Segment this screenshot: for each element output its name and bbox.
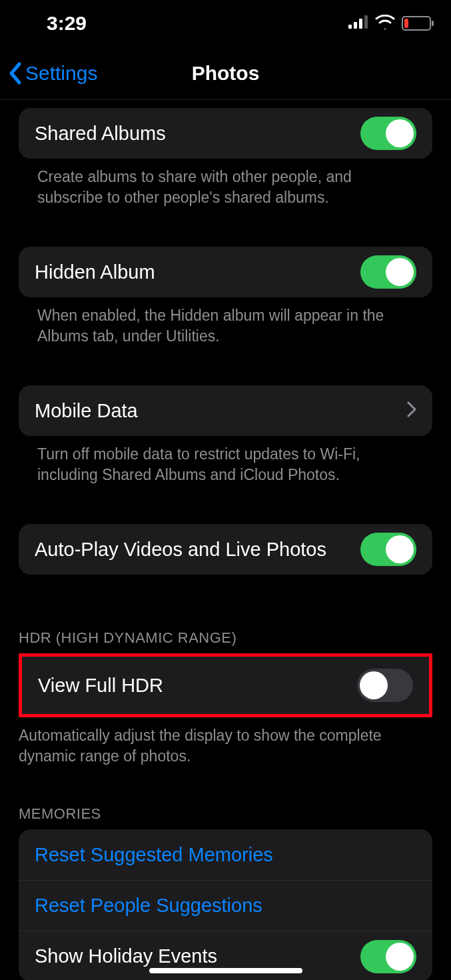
row-hidden-album[interactable]: Hidden Album [19,247,432,297]
group-memories: Reset Suggested Memories Reset People Su… [19,829,432,980]
row-reset-suggested-memories[interactable]: Reset Suggested Memories [19,829,432,880]
row-shared-albums[interactable]: Shared Albums [19,108,432,159]
group-shared-albums: Shared Albums Create albums to share wit… [19,108,432,208]
chevron-right-icon [407,400,416,422]
toggle-hidden-album[interactable] [360,255,416,289]
chevron-left-icon [8,61,23,85]
toggle-show-holiday-events[interactable] [360,940,416,973]
status-bar: 3:29 [0,0,451,47]
footer-hdr: Automatically adjust the display to show… [0,717,451,767]
row-view-full-hdr[interactable]: View Full HDR [22,657,429,714]
svg-rect-2 [359,19,362,29]
cellular-icon [348,15,368,31]
back-button[interactable]: Settings [0,61,97,85]
status-icons [348,15,431,32]
row-label: Hidden Album [35,261,360,283]
row-label: Mobile Data [35,400,407,422]
row-label: Auto-Play Videos and Live Photos [35,539,360,561]
section-header-hdr: HDR (HIGH DYNAMIC RANGE) [0,629,451,653]
svg-rect-0 [348,25,352,29]
wifi-icon [375,15,395,32]
svg-rect-3 [364,15,368,29]
footer-mobile-data: Turn off mobile data to restrict updates… [19,436,432,485]
highlight-view-full-hdr: View Full HDR [19,653,432,717]
group-hidden-album: Hidden Album When enabled, the Hidden al… [19,247,432,347]
svg-rect-1 [354,22,357,29]
row-label: Shared Albums [35,123,360,145]
footer-shared-albums: Create albums to share with other people… [19,159,432,208]
row-label: Show Holiday Events [35,945,360,967]
home-indicator[interactable] [149,968,302,973]
section-header-memories: MEMORIES [0,805,451,829]
row-reset-people-suggestions[interactable]: Reset People Suggestions [19,880,432,931]
battery-icon [402,16,431,31]
row-label: Reset People Suggestions [35,895,416,917]
row-label: Reset Suggested Memories [35,844,416,866]
back-label: Settings [25,62,97,85]
row-label: View Full HDR [38,675,357,697]
nav-bar: Settings Photos [0,47,451,100]
group-mobile-data: Mobile Data Turn off mobile data to rest… [19,385,432,485]
group-autoplay: Auto-Play Videos and Live Photos [19,524,432,575]
status-time: 3:29 [47,12,87,35]
row-autoplay[interactable]: Auto-Play Videos and Live Photos [19,524,432,575]
row-mobile-data[interactable]: Mobile Data [19,385,432,436]
toggle-autoplay[interactable] [360,533,416,566]
toggle-shared-albums[interactable] [360,117,416,150]
footer-hidden-album: When enabled, the Hidden album will appe… [19,297,432,347]
toggle-view-full-hdr[interactable] [357,669,413,702]
